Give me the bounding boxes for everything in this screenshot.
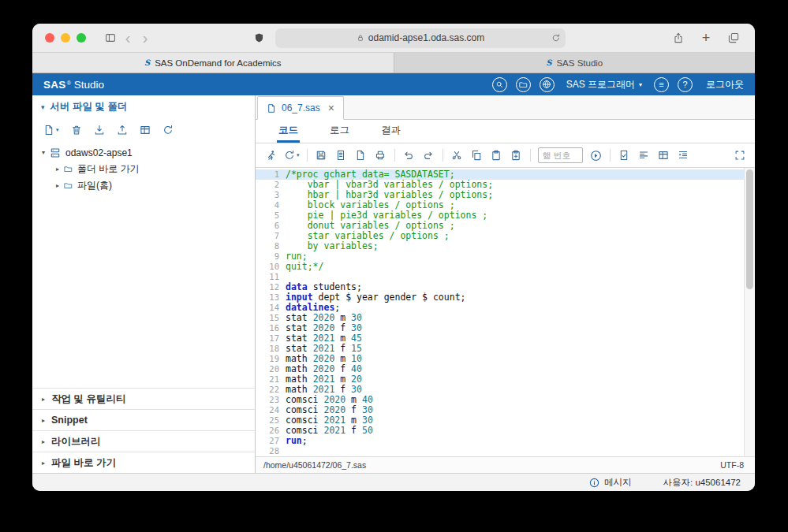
document-tab[interactable]: 06_7.sas × <box>257 96 344 120</box>
line-number: 19 <box>256 354 286 364</box>
close-tab-icon[interactable]: × <box>328 102 334 113</box>
browser-tab[interactable]: SSAS Studio <box>394 53 756 73</box>
sidebar-section-label: Snippet <box>51 415 88 426</box>
syntax-check-icon[interactable] <box>618 148 631 162</box>
indent-icon[interactable] <box>677 148 690 162</box>
address-bar[interactable]: odamid-apse1.oda.sas.com <box>275 28 566 48</box>
privacy-shield-icon[interactable] <box>250 29 267 47</box>
logout-button[interactable]: 로그아웃 <box>706 78 744 91</box>
undo-icon[interactable] <box>402 148 416 162</box>
chevron-right-icon: ▸ <box>56 166 59 173</box>
perspective-menu[interactable]: SAS 프로그래머▾ <box>566 78 642 91</box>
paste-icon[interactable] <box>490 148 503 162</box>
messages-button[interactable]: 메시지 <box>589 477 632 489</box>
code-snippets-icon[interactable] <box>657 148 670 162</box>
paste-special-icon[interactable] <box>510 148 523 162</box>
print-icon[interactable] <box>374 148 387 162</box>
redo-icon[interactable] <box>422 148 435 162</box>
chevron-right-icon: ▸ <box>42 396 45 403</box>
submission-history-icon[interactable]: ▾ <box>284 148 300 162</box>
format-code-icon[interactable] <box>637 148 651 162</box>
run-code-icon[interactable] <box>264 148 278 162</box>
program-summary-icon[interactable] <box>334 148 348 162</box>
maximize-view-icon[interactable] <box>733 148 746 162</box>
sas-favicon: S <box>144 59 150 67</box>
sidebar-toggle-icon[interactable] <box>102 29 119 47</box>
tree-node-folder[interactable]: ▸폴더 바로 가기 <box>32 161 255 177</box>
tree-node-server[interactable]: ▾ odaws02-apse1 <box>32 144 255 161</box>
line-number-input[interactable] <box>538 147 583 163</box>
sidebar-spacer <box>32 194 255 388</box>
chevron-down-icon: ▾ <box>41 103 45 111</box>
more-menu-icon[interactable]: ≡ <box>654 77 669 92</box>
tabs-overview-icon[interactable] <box>725 29 742 47</box>
code-line[interactable]: 9run; <box>256 251 744 262</box>
code-line[interactable]: 26comsci 2021 f 50 <box>256 426 744 436</box>
reload-icon[interactable] <box>551 33 561 43</box>
sas-studio-header: SAS®Studio SAS 프로그래머▾ ≡ ? 로그아웃 <box>32 73 755 95</box>
code-area[interactable]: 1/*proc gchart data= SASDATASET;2 vbar |… <box>256 168 744 456</box>
upload-icon[interactable] <box>117 125 128 136</box>
line-number: 24 <box>256 405 286 415</box>
server-name: odaws02-apse1 <box>65 147 133 158</box>
forward-button[interactable]: › <box>136 29 154 47</box>
globe-icon[interactable] <box>540 77 555 92</box>
new-tab-button[interactable]: + <box>697 29 715 47</box>
brand-reg: ® <box>67 80 71 86</box>
code-line[interactable]: 28 <box>256 446 744 456</box>
sidebar-section-label: 라이브러리 <box>51 435 101 448</box>
tree-node-folder[interactable]: ▸파일(홈) <box>32 177 255 194</box>
list-view-icon[interactable] <box>140 125 151 136</box>
view-tab-코드[interactable]: 코드 <box>277 120 300 143</box>
view-tab-결과[interactable]: 결과 <box>379 120 402 143</box>
scrollbar-thumb[interactable] <box>746 169 753 289</box>
editor-panel: 06_7.sas × 코드로그결과 ▾ 1/*proc gchart data=… <box>256 95 755 473</box>
refresh-icon[interactable] <box>162 125 174 136</box>
code-editor[interactable]: 1/*proc gchart data= SASDATASET;2 vbar |… <box>256 168 755 456</box>
line-number: 28 <box>256 446 286 456</box>
cut-icon[interactable] <box>450 148 464 162</box>
line-number: 25 <box>256 415 286 426</box>
line-number: 27 <box>256 436 286 446</box>
download-icon[interactable] <box>94 125 105 136</box>
save-program-icon[interactable] <box>315 148 328 162</box>
browser-tab[interactable]: SSAS OnDemand for Academics <box>32 53 394 73</box>
files-toolbar: ▾ <box>32 118 255 142</box>
line-number: 16 <box>256 323 286 333</box>
search-icon[interactable] <box>492 77 507 92</box>
code-line[interactable]: 10quit;*/ <box>256 262 744 272</box>
sidebar-section[interactable]: ▸작업 및 유틸리티 <box>32 388 255 409</box>
minimize-window-button[interactable] <box>61 33 70 43</box>
delete-icon[interactable] <box>71 125 82 136</box>
editor-scrollbar[interactable] <box>744 168 755 456</box>
close-window-button[interactable] <box>45 33 54 43</box>
user-label: 사용자: u45061472 <box>663 477 741 489</box>
code-line[interactable]: 27run; <box>256 436 744 446</box>
line-number: 11 <box>256 272 286 282</box>
sidebar-section[interactable]: ▸Snippet <box>32 409 255 430</box>
info-icon <box>589 478 599 488</box>
file-tree: ▾ odaws02-apse1 ▸폴더 바로 가기▸파일(홈) <box>32 142 255 194</box>
line-number: 10 <box>256 262 286 272</box>
new-program-icon[interactable] <box>354 148 368 162</box>
zoom-window-button[interactable] <box>77 33 86 43</box>
sidebar-section[interactable]: ▸파일 바로 가기 <box>32 452 255 473</box>
view-tab-로그[interactable]: 로그 <box>328 120 351 143</box>
line-number: 20 <box>256 364 286 374</box>
sidebar-section[interactable]: ▸라이브러리 <box>32 430 255 452</box>
share-icon[interactable] <box>670 29 687 47</box>
code-line[interactable]: 8 by variables; <box>256 241 744 251</box>
back-button[interactable]: ‹ <box>119 29 136 47</box>
line-number: 5 <box>256 210 286 221</box>
open-files-icon[interactable] <box>516 77 531 92</box>
chevron-right-icon: ▸ <box>42 459 45 467</box>
workspace: ▾ 서버 파일 및 폴더 ▾ ▾ odaws02-apse1 ▸폴더 바로 가기… <box>32 95 755 473</box>
go-to-line-icon[interactable] <box>589 148 603 162</box>
header-actions: SAS 프로그래머▾ ≡ ? 로그아웃 <box>492 77 744 92</box>
section-server-files[interactable]: ▾ 서버 파일 및 폴더 <box>32 95 255 118</box>
help-icon[interactable]: ? <box>678 77 693 92</box>
toolbar-separator <box>610 149 611 162</box>
document-tab-label: 06_7.sas <box>282 102 320 113</box>
new-icon[interactable]: ▾ <box>43 125 59 136</box>
copy-icon[interactable] <box>470 148 484 162</box>
